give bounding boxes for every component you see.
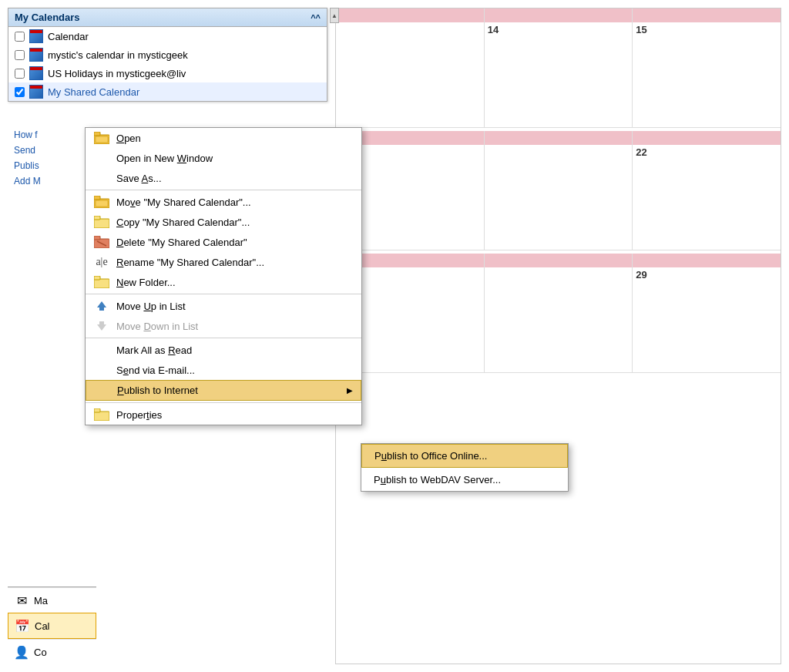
side-link-publish[interactable]: Publis: [14, 160, 90, 171]
calendar-item-us-holidays: US Holidays in mysticgeek@liv: [8, 64, 327, 82]
calendar-label-us-holidays: US Holidays in mysticgeek@liv: [48, 68, 186, 79]
menu-item-publish-internet[interactable]: Publish to Internet ▶: [86, 380, 361, 401]
new-folder-label: New Folder...: [116, 277, 176, 288]
delete-label: Delete "My Shared Calendar": [116, 237, 247, 248]
move-down-label: Move Down in List: [116, 321, 198, 332]
calendar-label-mystic: mystic's calendar in mysticgeek: [48, 49, 188, 61]
divider-1: [86, 190, 361, 190]
nav-item-contacts[interactable]: 👤 Co: [8, 639, 96, 664]
menu-item-move-up[interactable]: Move Up in List: [86, 296, 361, 316]
svg-rect-6: [94, 219, 109, 228]
menu-item-new-folder[interactable]: New Folder...: [86, 272, 361, 292]
calendar-item-my-shared: My Shared Calendar: [8, 82, 327, 101]
svg-rect-11: [94, 279, 109, 288]
date-14: 14: [488, 24, 499, 35]
publish-internet-label: Publish to Internet: [117, 385, 198, 396]
menu-item-move-down[interactable]: Move Down in List: [86, 316, 361, 336]
my-calendars-header: My Calendars ^^: [8, 8, 327, 27]
collapse-button[interactable]: ^^: [311, 13, 321, 22]
nav-item-calendar[interactable]: 📅 Cal: [8, 613, 96, 639]
submenu-item-publish-webdav[interactable]: Publish to WebDAV Server...: [361, 468, 568, 491]
mail-icon: ✉: [14, 593, 29, 608]
calendar-checkbox-my-shared[interactable]: [15, 87, 25, 97]
mark-read-label: Mark All as Read: [116, 344, 192, 356]
move-label: Move "My Shared Calendar"...: [116, 197, 251, 208]
copy-folder-icon: [93, 213, 110, 230]
svg-rect-14: [99, 307, 104, 311]
menu-item-open[interactable]: Open: [86, 128, 361, 148]
svg-marker-16: [97, 324, 106, 331]
svg-rect-2: [96, 136, 108, 143]
divider-3: [86, 338, 361, 338]
menu-item-delete[interactable]: Delete "My Shared Calendar": [86, 232, 361, 252]
nav-label-calendar: Cal: [35, 620, 50, 632]
divider-4: [86, 402, 361, 403]
svg-rect-17: [94, 412, 109, 421]
submenu: Publish to Office Online... Publish to W…: [361, 443, 569, 492]
calendar-checkbox-mystic[interactable]: [15, 50, 25, 60]
calendar-item-mystic: mystic's calendar in mysticgeek: [8, 45, 327, 64]
contacts-icon: 👤: [14, 644, 29, 660]
rename-icon: a|e: [93, 254, 110, 270]
my-calendars-title: My Calendars: [15, 12, 80, 23]
submenu-arrow: ▶: [347, 386, 353, 395]
date-15: 15: [636, 24, 646, 35]
calendar-icon-my-shared: [29, 85, 43, 99]
send-email-label: Send via E-mail...: [116, 365, 195, 376]
date-22: 22: [636, 146, 646, 158]
rename-label: Rename "My Shared Calendar"...: [116, 257, 264, 268]
svg-marker-13: [97, 301, 106, 307]
open-new-window-label: Open in New Window: [116, 153, 213, 164]
menu-item-mark-read[interactable]: Mark All as Read: [86, 340, 361, 360]
move-up-label: Move Up in List: [116, 301, 186, 312]
properties-folder-icon: [93, 406, 110, 423]
divider-2: [86, 294, 361, 294]
date-29: 29: [636, 269, 646, 281]
open-label: Open: [116, 133, 141, 144]
menu-item-send-email[interactable]: Send via E-mail...: [86, 360, 361, 380]
svg-rect-5: [96, 200, 108, 207]
svg-rect-4: [94, 196, 100, 200]
scroll-indicator[interactable]: ▲: [330, 8, 339, 23]
menu-item-move[interactable]: Move "My Shared Calendar"...: [86, 192, 361, 212]
svg-rect-9: [94, 236, 100, 240]
delete-folder-icon: [93, 234, 110, 250]
move-folder-icon: [93, 193, 110, 210]
calendar-nav-icon: 📅: [15, 618, 30, 633]
nav-label-contacts: Co: [34, 647, 47, 658]
calendar-checkbox-calendar[interactable]: [15, 32, 25, 42]
open-folder-icon: [93, 129, 110, 146]
menu-item-open-new-window[interactable]: Open in New Window: [86, 148, 361, 168]
calendar-grid: 14 15 22: [335, 8, 781, 664]
side-link-add[interactable]: Add M: [14, 176, 90, 186]
publish-webdav-label: Publish to WebDAV Server...: [374, 474, 501, 486]
calendar-icon-us-holidays: [29, 66, 43, 80]
publish-office-online-label: Publish to Office Online...: [374, 450, 487, 462]
menu-item-save-as[interactable]: Save As...: [86, 168, 361, 188]
submenu-item-publish-office-online[interactable]: Publish to Office Online...: [361, 444, 568, 468]
svg-rect-7: [94, 216, 100, 220]
my-calendars-panel: My Calendars ^^ Calendar mystic's calend…: [8, 8, 327, 102]
menu-item-properties[interactable]: Properties: [86, 405, 361, 425]
calendar-item-calendar: Calendar: [8, 27, 327, 45]
calendar-icon-mystic: [29, 48, 43, 62]
side-link-how[interactable]: How f: [14, 129, 90, 140]
nav-bar: ✉ Ma 📅 Cal 👤 Co: [8, 586, 96, 664]
menu-item-copy[interactable]: Copy "My Shared Calendar"...: [86, 212, 361, 232]
properties-label: Properties: [116, 409, 162, 421]
side-panel: How f Send Publis Add M: [8, 123, 96, 197]
move-up-icon: [93, 297, 110, 314]
new-folder-icon: [93, 274, 110, 291]
nav-item-mail[interactable]: ✉ Ma: [8, 587, 96, 613]
copy-label: Copy "My Shared Calendar"...: [116, 217, 250, 228]
svg-rect-1: [94, 132, 100, 136]
menu-item-rename[interactable]: a|e Rename "My Shared Calendar"...: [86, 252, 361, 272]
svg-rect-12: [94, 276, 100, 280]
calendar-checkbox-us-holidays[interactable]: [15, 69, 25, 79]
nav-label-mail: Ma: [34, 595, 48, 606]
calendar-label-calendar: Calendar: [48, 31, 89, 42]
calendar-label-my-shared: My Shared Calendar: [48, 86, 139, 98]
svg-rect-15: [99, 321, 104, 324]
move-down-icon: [93, 318, 110, 334]
side-link-send[interactable]: Send: [14, 145, 90, 156]
